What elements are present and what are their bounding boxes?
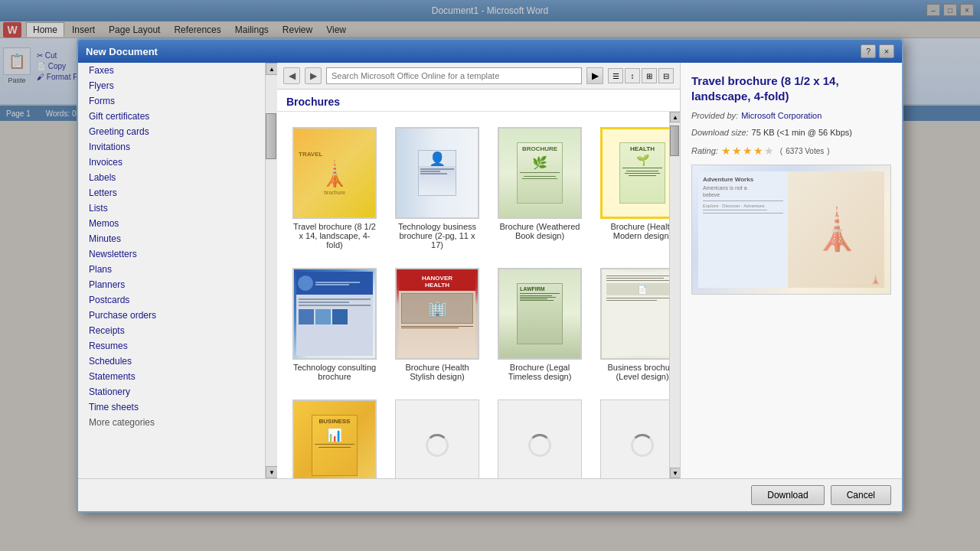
template-label-tech-consult: Technology consulting brochure	[292, 363, 377, 381]
dialog-close-btn[interactable]: ×	[879, 44, 894, 58]
sidebar-scroll-thumb	[266, 113, 276, 159]
forward-btn[interactable]: ▶	[305, 67, 322, 84]
sidebar-scroll-down-btn[interactable]: ▼	[266, 466, 278, 478]
dialog-help-btn[interactable]: ?	[861, 44, 876, 58]
download-size-row: Download size: 75 KB (<1 min @ 56 Kbps)	[691, 128, 891, 137]
template-tech-consult[interactable]: Technology consulting brochure	[289, 265, 380, 384]
template-biz-marketing[interactable]: Business marketing	[597, 396, 669, 478]
preview-content: Adventure Works Americans is not abeliev…	[692, 165, 890, 294]
sidebar-item-forms[interactable]: Forms	[78, 93, 265, 109]
template-event[interactable]: Event marketing	[392, 396, 482, 478]
dialog-footer: Download Cancel	[78, 478, 902, 511]
sidebar-item-faxes[interactable]: Faxes	[78, 63, 265, 78]
template-thumb-tech-consult	[292, 268, 377, 360]
template-business-level[interactable]: 📄 Business brochure (Level design)	[597, 265, 669, 384]
template-label-business-level: Business brochure (Level design)	[600, 363, 669, 381]
star-1: ★	[721, 145, 731, 157]
sidebar-item-newsletters[interactable]: Newsletters	[78, 246, 265, 262]
template-label-health-modern: Brochure (Health Modern design)	[600, 222, 669, 240]
preview-area: Adventure Works Americans is not abeliev…	[691, 165, 891, 295]
sidebar-item-planners[interactable]: Planners	[78, 277, 265, 292]
template-thumb-travel: TRAVEL 🗼 brochure	[292, 127, 377, 219]
sidebar-item-flyers[interactable]: Flyers	[78, 78, 265, 93]
templates-scroll-thumb	[670, 126, 679, 156]
template-travel[interactable]: TRAVEL 🗼 brochure Travel brochure (8 1/2…	[289, 124, 380, 253]
preview-image: Adventure Works Americans is not abeliev…	[692, 165, 890, 294]
templates-scrollbar: ▲ ▼	[669, 112, 680, 478]
sidebar-item-postcards[interactable]: Postcards	[78, 292, 265, 308]
sidebar-scroll-up-btn[interactable]: ▲	[266, 63, 278, 75]
rating-row: Rating: ★ ★ ★ ★ ★ (6373 Votes)	[691, 145, 891, 157]
loading-spinner-professional	[528, 434, 551, 457]
sidebar-item-schedules[interactable]: Schedules	[78, 354, 265, 369]
template-thumb-tech-biz: 👤	[395, 127, 479, 219]
search-go-btn[interactable]: ▶	[586, 67, 603, 84]
template-health-stylish[interactable]: HANOVERHEALTH 🏢	[392, 265, 482, 384]
template-professional[interactable]: Professional services	[495, 396, 585, 478]
sidebar-scrollbar: ▲ ▼	[265, 63, 277, 478]
star-3: ★	[743, 145, 753, 157]
template-health-modern[interactable]: HEALTH 🌱	[597, 124, 669, 253]
provided-by-label: Provided by:	[691, 111, 738, 120]
template-thumb-biz-marketing	[600, 399, 669, 478]
template-thumb-event	[395, 399, 479, 478]
sidebar-item-time-sheets[interactable]: Time sheets	[78, 399, 265, 415]
sidebar-item-plans[interactable]: Plans	[78, 262, 265, 277]
provided-by-row: Provided by: Microsoft Corporation	[691, 111, 891, 120]
stars-container: ★ ★ ★ ★ ★	[721, 145, 774, 157]
star-4: ★	[753, 145, 763, 157]
sidebar-item-greeting-cards[interactable]: Greeting cards	[78, 124, 265, 139]
sidebar-item-more-categories[interactable]: More categories	[78, 415, 265, 430]
sidebar-scroll-track[interactable]	[266, 75, 277, 466]
template-label-tech-biz: Technology business brochure (2-pg, 11 x…	[395, 222, 479, 249]
download-size-value: 75 KB (<1 min @ 56 Kbps)	[752, 128, 852, 137]
templates-grid: TRAVEL 🗼 brochure Travel brochure (8 1/2…	[277, 112, 669, 478]
view-list-btn[interactable]: ☰	[608, 68, 623, 83]
template-label-weather: Brochure (Weathered Book design)	[498, 222, 582, 240]
templates-container: TRAVEL 🗼 brochure Travel brochure (8 1/2…	[277, 112, 680, 478]
template-thumb-business-level: 📄	[600, 268, 669, 360]
template-tech-biz[interactable]: 👤	[392, 124, 482, 253]
sidebar-item-memos[interactable]: Memos	[78, 216, 265, 231]
view-sort-btn[interactable]: ↕	[625, 68, 640, 83]
sidebar-item-letters[interactable]: Letters	[78, 185, 265, 201]
templates-scroll-down[interactable]: ▼	[670, 468, 680, 478]
download-size-label: Download size:	[691, 128, 749, 137]
dialog-title-bar: New Document ? ×	[78, 40, 902, 63]
new-document-dialog: New Document ? × Faxes Flyers Forms Gift…	[77, 38, 903, 513]
sidebar-item-stationery[interactable]: Stationery	[78, 384, 265, 399]
template-thumb-legal: LAWFIRM	[498, 268, 582, 360]
loading-spinner-biz-marketing	[631, 434, 654, 457]
back-btn[interactable]: ◀	[283, 67, 300, 84]
sidebar-item-statements[interactable]: Statements	[78, 369, 265, 384]
sidebar-item-receipts[interactable]: Receipts	[78, 323, 265, 338]
preview-header: Adventure Works	[703, 176, 783, 183]
download-button[interactable]: Download	[751, 485, 824, 505]
templates-scroll-up[interactable]: ▲	[670, 112, 680, 122]
view-large-btn[interactable]: ⊟	[658, 68, 674, 83]
center-toolbar: ◀ ▶ ▶ ☰ ↕ ⊞ ⊟	[277, 63, 680, 90]
right-panel: Travel brochure (8 1/2 x 14, landscape, …	[680, 63, 902, 478]
template-biz2[interactable]: BUSINESS 📊 Business brochure (8 1/2 ...	[289, 396, 380, 478]
search-input[interactable]	[326, 67, 582, 84]
sidebar-item-invitations[interactable]: Invitations	[78, 139, 265, 155]
templates-scroll-track[interactable]	[670, 122, 680, 468]
sidebar-item-lists[interactable]: Lists	[78, 201, 265, 216]
view-grid-btn[interactable]: ⊞	[642, 68, 657, 83]
provided-by-value: Microsoft Corporation	[741, 111, 822, 120]
sidebar-item-gift-certificates[interactable]: Gift certificates	[78, 109, 265, 124]
sidebar-item-resumes[interactable]: Resumes	[78, 338, 265, 354]
template-legal[interactable]: LAWFIRM	[495, 265, 585, 384]
view-icons: ☰ ↕ ⊞ ⊟	[608, 68, 674, 83]
template-weather[interactable]: BROCHURE 🌿 Brochure	[495, 124, 585, 253]
cancel-button[interactable]: Cancel	[831, 485, 891, 505]
template-thumb-professional	[498, 399, 582, 478]
templates-area: TRAVEL 🗼 brochure Travel brochure (8 1/2…	[277, 112, 669, 478]
sidebar-item-invoices[interactable]: Invoices	[78, 155, 265, 170]
sidebar-list: Faxes Flyers Forms Gift certificates Gre…	[78, 63, 265, 478]
sidebar-item-minutes[interactable]: Minutes	[78, 231, 265, 246]
sidebar-item-labels[interactable]: Labels	[78, 170, 265, 185]
preview-subtext: Americans is not abelieve	[703, 184, 783, 198]
sidebar-item-purchase-orders[interactable]: Purchase orders	[78, 308, 265, 323]
star-5: ★	[764, 145, 774, 157]
